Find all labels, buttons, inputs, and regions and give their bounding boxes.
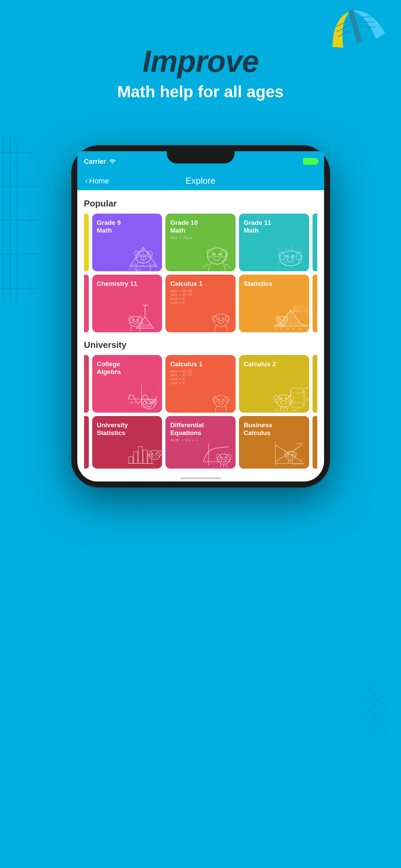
svg-line-156 <box>292 460 293 463</box>
nav-back-label: Home <box>89 177 109 185</box>
course-card-stats[interactable]: Statistics <box>239 275 309 332</box>
course-card-calc1[interactable]: Calculus 1 cosx = Σ(-1)sinx = Σ(-1)cosh … <box>165 275 236 332</box>
phone-frame: Carrier ‹ Home Explore <box>72 146 329 487</box>
svg-point-99 <box>212 396 217 402</box>
card-title-grade9: Grade 9Math <box>97 219 158 235</box>
svg-line-141 <box>226 464 227 467</box>
course-card-calc1b[interactable]: Calculus 1 cosx = Σ(-1)sinx = Σ(-1)cosh … <box>165 355 236 413</box>
course-card-college-alg[interactable]: CollegeAlgebra y s <box>92 355 162 413</box>
svg-point-136 <box>221 459 226 462</box>
course-card-calc2[interactable]: Calculus 2 3ft 16f <box>239 355 309 413</box>
popular-row-2-cards: Chemistry 11 <box>92 275 309 332</box>
svg-text:-1: -1 <box>275 328 277 330</box>
card-image-biz-calc: supply demand <box>272 438 309 469</box>
svg-text:supply: supply <box>296 442 303 445</box>
course-card-grade11[interactable]: Grade 11Math <box>239 214 309 271</box>
card-image-grade9: V = ⅓Ah <box>125 237 162 271</box>
nav-back-button[interactable]: ‹ Home <box>85 177 109 185</box>
card-title-college-alg: CollegeAlgebra <box>97 360 158 376</box>
svg-text:sin x: sin x <box>130 401 136 404</box>
course-card-uni-stats[interactable]: UniversityStatistics <box>92 416 162 469</box>
svg-point-29 <box>218 253 221 256</box>
carrier-label: Carrier <box>84 158 106 165</box>
chevron-left-icon: ‹ <box>85 177 88 185</box>
status-right <box>303 158 317 165</box>
svg-text:27ft: 27ft <box>305 398 309 401</box>
svg-point-100 <box>224 396 229 402</box>
svg-point-30 <box>214 256 220 260</box>
left-stub-3 <box>84 355 89 413</box>
university-section-title: University <box>84 340 317 350</box>
svg-point-97 <box>222 399 224 401</box>
svg-point-51 <box>136 319 138 321</box>
deco-lines-left <box>0 136 41 305</box>
svg-point-164 <box>373 684 375 686</box>
svg-point-134 <box>220 456 222 458</box>
svg-point-169 <box>373 734 375 737</box>
svg-line-154 <box>288 460 289 463</box>
left-stub-4 <box>84 416 89 469</box>
svg-line-118 <box>286 406 287 411</box>
svg-text:16ft: 16ft <box>292 409 296 411</box>
card-title-uni-stats: UniversityStatistics <box>97 421 158 437</box>
svg-text:Normal: Normal <box>293 310 300 312</box>
card-image-calc2: 3ft 16ft 27ft Ah Volume = π(8²)Ah ft³ <box>272 379 309 413</box>
svg-point-58 <box>218 320 223 323</box>
home-indicator-bar <box>77 475 324 481</box>
svg-text:+2: +2 <box>292 328 295 330</box>
svg-point-111 <box>280 398 282 400</box>
svg-point-112 <box>285 398 287 400</box>
svg-point-167 <box>373 714 375 717</box>
popular-section-title: Popular <box>84 198 317 209</box>
course-card-biz-calc[interactable]: BusinessCalculus <box>239 416 309 469</box>
deco-right-bottom <box>354 675 394 749</box>
card-image-calc1 <box>203 303 236 332</box>
svg-point-96 <box>218 399 220 401</box>
svg-text:+1: +1 <box>286 328 289 330</box>
card-image-grade10 <box>198 237 236 271</box>
course-card-grade10[interactable]: Grade 10Math 4abx + 28acx <box>165 214 236 271</box>
svg-point-128 <box>153 455 157 458</box>
card-title-grade11: Grade 11Math <box>244 219 304 235</box>
svg-point-52 <box>133 321 138 324</box>
svg-rect-119 <box>129 457 133 463</box>
svg-point-40 <box>280 251 301 266</box>
status-left: Carrier <box>84 158 117 165</box>
svg-point-28 <box>213 253 216 256</box>
right-stub-3 <box>313 355 317 413</box>
svg-point-150 <box>291 454 293 455</box>
right-stub-4 <box>313 416 317 469</box>
svg-point-48 <box>145 321 146 322</box>
svg-point-20 <box>144 255 146 257</box>
card-title-calc1: Calculus 1 <box>170 280 231 288</box>
popular-row-2: Chemistry 11 <box>84 275 317 332</box>
svg-point-60 <box>225 315 230 322</box>
svg-point-56 <box>218 318 220 320</box>
phone-screen: Popular Grade 9Math <box>77 190 324 481</box>
card-title-calc2: Calculus 2 <box>244 360 304 368</box>
card-title-stats: Statistics <box>244 280 304 288</box>
course-card-diff-eq[interactable]: DifferentialEquations dy/dt + 1/y = 1 <box>165 416 236 469</box>
right-stub-1 <box>313 214 317 271</box>
phone-notch <box>167 151 235 163</box>
svg-point-98 <box>218 401 223 405</box>
svg-rect-120 <box>134 452 138 463</box>
svg-point-42 <box>292 255 294 258</box>
svg-point-41 <box>286 255 289 258</box>
course-card-chem11[interactable]: Chemistry 11 <box>92 275 162 332</box>
hero-title: Improve <box>0 44 401 79</box>
svg-point-168 <box>373 724 375 727</box>
card-title-grade10: Grade 10Math <box>170 219 231 235</box>
svg-point-19 <box>140 255 142 257</box>
svg-text:+3: +3 <box>298 328 301 330</box>
svg-point-43 <box>287 258 294 262</box>
svg-text:demand: demand <box>294 462 302 465</box>
battery-icon <box>303 158 317 165</box>
svg-rect-122 <box>143 450 147 463</box>
course-card-grade9[interactable]: Grade 9Math V = ⅓Ah <box>92 214 162 271</box>
left-stub-2 <box>84 275 89 332</box>
phone-mockup: Carrier ‹ Home Explore <box>72 146 329 487</box>
left-stub-1 <box>84 214 89 271</box>
popular-row-1-cards: Grade 9Math V = ⅓Ah <box>92 214 309 271</box>
svg-point-151 <box>288 456 293 458</box>
